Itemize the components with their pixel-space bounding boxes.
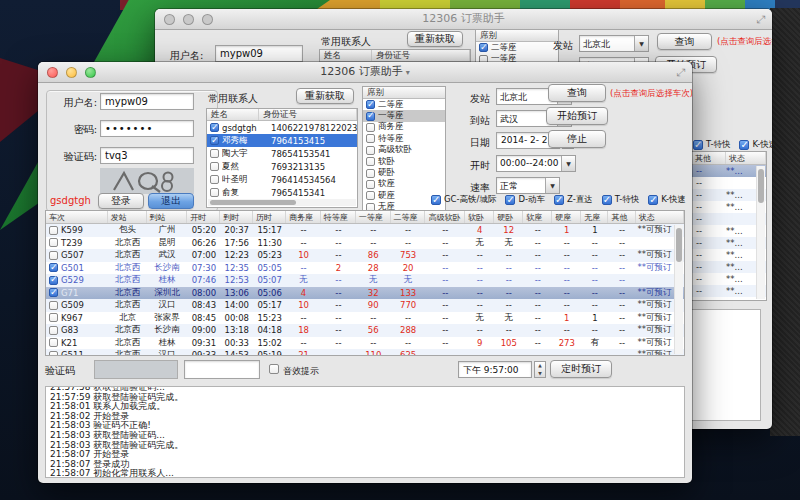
zoom-icon[interactable] — [85, 67, 96, 78]
row-checkbox[interactable] — [49, 326, 58, 335]
train-row[interactable]: G71北京西深圳北08:0013:0605:064--32133--------… — [46, 287, 684, 300]
train-table[interactable]: 车次发站到站开时到时历时商务座特等座一等座二等座高级软卧软卧硬卧软座硬座无座其他… — [45, 210, 685, 356]
train-row[interactable]: G511北京西汉口09:3314:5305:1921--110625------… — [46, 349, 684, 356]
column-header[interactable]: 商务座 — [286, 211, 321, 223]
seat-class-row[interactable]: 软卧 — [363, 156, 445, 167]
column-header[interactable]: 车次 — [46, 211, 108, 223]
column-header[interactable]: 硬座 — [552, 211, 581, 223]
train-row[interactable]: K599包头广州05:2020:3715:17----------412--11… — [46, 224, 684, 237]
bg-result-row[interactable]: --**... — [692, 249, 766, 261]
bg-result-row[interactable]: --**... — [692, 225, 766, 237]
bottom-captcha-input[interactable] — [184, 360, 260, 379]
bg-seat-class-row[interactable]: 二等座 — [476, 42, 558, 53]
row-checkbox[interactable] — [49, 301, 58, 310]
row-checkbox[interactable] — [49, 226, 58, 235]
train-row[interactable]: T239北京西昆明06:2617:5611:30----------无无----… — [46, 237, 684, 250]
timer-stepper[interactable]: ▲ ▼ — [534, 361, 546, 378]
train-type-checkbox[interactable] — [505, 195, 515, 205]
bottom-captcha-image[interactable] — [94, 360, 178, 379]
username-input[interactable]: mypw09 — [100, 93, 194, 110]
dropdown-arrow-icon[interactable]: ▼ — [634, 36, 648, 51]
row-checkbox[interactable] — [49, 276, 58, 285]
close-icon[interactable] — [47, 67, 58, 78]
fg-type-item[interactable]: GC-高铁/城际 — [431, 194, 496, 206]
bg-result-row[interactable]: --**... — [692, 261, 766, 273]
row-checkbox[interactable] — [49, 288, 58, 297]
column-header[interactable]: 硬卧 — [494, 211, 523, 223]
bg-result-row[interactable]: --**... — [692, 165, 766, 177]
seat-checkbox[interactable] — [366, 146, 375, 155]
seat-class-row[interactable]: 高级软卧 — [363, 145, 445, 156]
seat-checkbox[interactable] — [366, 112, 375, 121]
column-header[interactable]: 一等座 — [356, 211, 391, 223]
train-type-checkbox[interactable] — [648, 195, 658, 205]
captcha-image[interactable] — [100, 168, 194, 194]
password-input[interactable]: ••••••• — [100, 120, 194, 137]
train-type-checkbox[interactable] — [693, 140, 703, 150]
seat-checkbox[interactable] — [366, 157, 375, 166]
bg-result-row[interactable]: -- — [692, 177, 766, 189]
bg-username-input[interactable]: mypw09 — [215, 45, 303, 62]
timer-book-button[interactable]: 定时预订 — [550, 360, 612, 378]
row-checkbox[interactable] — [49, 313, 58, 322]
seat-class-row[interactable]: 二等座 — [363, 99, 445, 110]
bg-result-row[interactable]: --**... — [692, 237, 766, 249]
contact-checkbox[interactable] — [210, 175, 219, 184]
table-scrollbar[interactable] — [674, 225, 683, 354]
train-row[interactable]: G501北京西长沙南07:3012:3505:05--22820--------… — [46, 262, 684, 275]
fg-type-item[interactable]: T-特快 — [602, 194, 639, 206]
row-checkbox[interactable] — [49, 338, 58, 347]
train-row[interactable]: K967北京张家界08:4500:0815:23----------无无--11… — [46, 312, 684, 325]
row-checkbox[interactable] — [49, 351, 58, 356]
book-button[interactable]: 开始预订 — [546, 107, 608, 125]
main-window-titlebar[interactable]: 12306 订票助手▾ ⤢ — [38, 62, 692, 83]
seat-checkbox[interactable] — [366, 169, 375, 178]
train-type-checkbox[interactable] — [739, 140, 749, 150]
contact-checkbox[interactable] — [210, 136, 219, 145]
timer-time-input[interactable]: 下午 9:57:00 — [458, 361, 532, 378]
bg-result-row[interactable]: --**... — [692, 285, 766, 297]
bg-type-item[interactable]: K-快速 — [739, 139, 772, 151]
column-header[interactable]: 发站 — [108, 211, 147, 223]
row-checkbox[interactable] — [49, 238, 58, 247]
contact-checkbox[interactable] — [210, 123, 219, 132]
train-row[interactable]: G507北京西武汉07:0012:2305:2310--86753-------… — [46, 249, 684, 262]
column-header[interactable]: 软卧 — [465, 211, 494, 223]
seat-checkbox[interactable] — [366, 123, 375, 132]
column-header[interactable]: 高级软卧 — [425, 211, 465, 223]
fullscreen-icon[interactable]: ⤢ — [756, 13, 765, 26]
contact-row[interactable]: 俞复7965415341 — [207, 186, 357, 199]
bg-result-row[interactable]: --**... — [692, 273, 766, 285]
row-checkbox[interactable] — [49, 263, 58, 272]
train-row[interactable]: K21北京西桂林09:3100:3315:02----------9105--2… — [46, 337, 684, 350]
contact-row[interactable]: 叶圣明796414534564 — [207, 173, 357, 186]
zoom-icon[interactable] — [202, 14, 213, 25]
seat-class-row[interactable]: 硬卧 — [363, 167, 445, 178]
seat-checkbox[interactable] — [366, 100, 375, 109]
contact-row[interactable]: 陶大宇78654153541 — [207, 147, 357, 160]
column-header[interactable]: 二等座 — [391, 211, 426, 223]
contact-checkbox[interactable] — [210, 162, 219, 171]
train-type-checkbox[interactable] — [431, 195, 441, 205]
column-header[interactable]: 状态 — [636, 211, 684, 223]
seat-class-row[interactable]: 特等座 — [363, 133, 445, 144]
close-icon[interactable] — [164, 14, 175, 25]
column-header[interactable]: 其他 — [608, 211, 635, 223]
seat-class-row[interactable]: 一等座 — [363, 110, 445, 121]
seat-checkbox[interactable] — [366, 134, 375, 143]
depart-time-select[interactable]: 00:00--24:00 ▼ — [496, 155, 576, 172]
bg-result-row[interactable]: --**... — [692, 189, 766, 201]
fg-type-item[interactable]: Z-直达 — [554, 194, 593, 206]
seat-checkbox[interactable] — [366, 180, 375, 189]
fullscreen-icon[interactable]: ⤢ — [676, 66, 685, 79]
contact-checkbox[interactable] — [210, 188, 219, 197]
stepper-up-icon[interactable]: ▲ — [535, 362, 545, 370]
column-header[interactable]: 到时 — [220, 211, 253, 223]
sound-checkbox[interactable] — [269, 364, 279, 374]
minimize-icon[interactable] — [66, 67, 77, 78]
speed-select[interactable]: 正常 ▼ — [496, 177, 560, 194]
captcha-input[interactable]: tvq3 — [100, 147, 194, 164]
dropdown-arrow-icon[interactable]: ▼ — [561, 156, 575, 171]
fg-type-item[interactable]: K-快速 — [648, 194, 686, 206]
dropdown-arrow-icon[interactable]: ▼ — [545, 178, 559, 193]
